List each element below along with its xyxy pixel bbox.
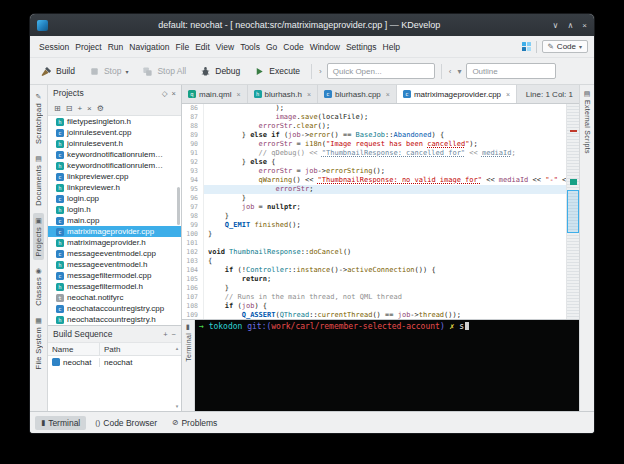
menu-settings[interactable]: Settings (343, 40, 380, 54)
code-text[interactable]: if (!Controller::instance()->activeConne… (204, 266, 436, 275)
code-text[interactable]: // qDebug() << "ThumbnailResponse: cance… (204, 149, 516, 158)
editor-tab-blurhash-h[interactable]: hblurhash.h× (248, 85, 318, 103)
build-button[interactable]: Build (36, 63, 80, 80)
tree-item-messageeventmodel-cpp[interactable]: cmessageeventmodel.cpp (48, 248, 181, 259)
code-text[interactable]: } else if (job->error() == BaseJob::Aban… (204, 131, 444, 140)
stop-all-button[interactable]: Stop All (137, 63, 191, 80)
dock-tab-scratchpad[interactable]: ✎Scratchpad (33, 89, 44, 148)
code-text[interactable]: errorStr = job->errorString(); (204, 167, 385, 176)
close-panel-icon[interactable]: × (172, 89, 176, 98)
code-text[interactable]: void ThumbnailResponse::doCancel() (204, 248, 351, 257)
column-name[interactable]: Name (48, 343, 100, 355)
menu-go[interactable]: Go (263, 40, 280, 54)
tree-item-filetypesingleton-h[interactable]: hfiletypesingleton.h (48, 116, 181, 127)
scroll-down-icon[interactable]: ▾ (176, 403, 179, 409)
tree-item-login-h[interactable]: hlogin.h (48, 204, 181, 215)
code-text[interactable] (204, 239, 208, 248)
code-text[interactable]: } (204, 230, 212, 239)
minimap-viewport[interactable] (567, 190, 579, 233)
menu-edit[interactable]: Edit (192, 40, 213, 54)
titlebar[interactable]: default: neochat - [ neochat:src/matrixi… (30, 14, 594, 36)
add-icon[interactable]: + (77, 104, 82, 113)
build-sequence-scrollbar[interactable]: ▴ ▾ (173, 343, 181, 411)
quick-open-input[interactable]: Quick Open... (327, 63, 435, 79)
tree-item-messageeventmodel-h[interactable]: hmessageeventmodel.h (48, 259, 181, 270)
statusbar-code-browser[interactable]: ()Code Browser (89, 416, 163, 430)
tree-item-keywordnotificationrulem[interactable]: hkeywordnotificationrulem… (48, 160, 181, 171)
tree-scrollbar[interactable] (177, 187, 180, 225)
tree-item-matriximageprovider-cpp[interactable]: cmatriximageprovider.cpp (48, 226, 181, 237)
close-button[interactable]: × (582, 21, 587, 30)
execute-button[interactable]: Execute (249, 63, 305, 80)
editor-tab-matriximageprovider-cpp[interactable]: cmatriximageprovider.cpp× (397, 85, 517, 103)
code-text[interactable]: Q_ASSERT(QThread::currentThread() == job… (204, 311, 461, 319)
editor-tab-main-qml[interactable]: qmain.qml× (182, 85, 248, 103)
stop-button[interactable]: Stop ▾ (84, 63, 134, 80)
code-view[interactable]: 86 );87 image.save(localFile);88 errorSt… (182, 104, 566, 319)
tree-item-joinrulesevent-cpp[interactable]: cjoinrulesevent.cpp (48, 127, 181, 138)
tree-item-main-cpp[interactable]: cmain.cpp (48, 215, 181, 226)
maximize-button[interactable]: ∧ (567, 21, 573, 30)
code-editor[interactable]: 86 );87 image.save(localFile);88 errorSt… (182, 104, 579, 319)
menu-project[interactable]: Project (72, 40, 104, 54)
tab-close-icon[interactable]: × (307, 91, 311, 98)
code-text[interactable]: } (204, 212, 229, 221)
tree-item-linkpreviewer-cpp[interactable]: clinkpreviewer.cpp (48, 171, 181, 182)
stop-dropdown-icon[interactable]: ▾ (125, 68, 128, 75)
tree-item-messagefiltermodel-h[interactable]: hmessagefiltermodel.h (48, 281, 181, 292)
collapse-all-icon[interactable]: ⊟ (66, 104, 73, 113)
code-text[interactable]: } else { (204, 158, 275, 167)
code-text[interactable]: return; (204, 275, 271, 284)
tree-item-neochataccountregistry-h[interactable]: hneochataccountregistry.h (48, 314, 181, 325)
remove-build-item-button[interactable]: − (172, 330, 176, 339)
expand-all-icon[interactable]: ⊞ (54, 104, 61, 113)
code-text[interactable]: job = nullptr; (204, 203, 301, 212)
tree-item-neochataccountregistry-cpp[interactable]: cneochataccountregistry.cpp (48, 303, 181, 314)
tree-item-neochat-notifyrc[interactable]: tneochat.notifyrc (48, 292, 181, 303)
code-text[interactable]: qWarning() << "ThumbnailResponse: no val… (204, 176, 566, 185)
code-area-button[interactable]: ✎ Code ▾ (542, 40, 588, 53)
code-text[interactable]: errorStr.clear(); (204, 122, 330, 131)
code-text[interactable]: } (204, 194, 246, 203)
debug-button[interactable]: Debug (195, 63, 245, 80)
menu-window[interactable]: Window (307, 40, 343, 54)
tab-close-icon[interactable]: × (236, 91, 240, 98)
code-text[interactable]: { (204, 257, 212, 266)
minimize-button[interactable]: ∨ (553, 21, 559, 30)
outline-input[interactable]: Outline (466, 63, 556, 79)
dock-tab-documents[interactable]: ▤Documents (33, 151, 44, 210)
nav-back-icon[interactable]: ‹ (448, 67, 453, 76)
menu-file[interactable]: File (172, 40, 192, 54)
column-path[interactable]: Path (100, 343, 124, 355)
menu-navigation[interactable]: Navigation (126, 40, 172, 54)
settings-icon[interactable]: ⚙ (97, 104, 104, 113)
tab-close-icon[interactable]: × (386, 91, 390, 98)
build-sequence-row[interactable]: neochatneochat (48, 356, 181, 368)
menu-view[interactable]: View (213, 40, 237, 54)
code-text[interactable]: Q_EMIT finished(); (204, 221, 301, 230)
menu-tools[interactable]: Tools (237, 40, 263, 54)
code-text[interactable]: if (job) { (204, 302, 267, 311)
float-panel-icon[interactable]: ◇ (162, 89, 168, 98)
tree-item-joinrulesevent-h[interactable]: hjoinrulesevent.h (48, 138, 181, 149)
tab-external-scripts[interactable]: External Scripts (584, 100, 591, 154)
statusbar-terminal[interactable]: ▮Terminal (35, 416, 86, 430)
statusbar-problems[interactable]: ⊘Problems (166, 416, 223, 430)
area-switcher-icon[interactable] (522, 42, 531, 51)
add-build-item-button[interactable]: + (163, 330, 167, 339)
dock-tab-projects[interactable]: ▣Projects (33, 213, 44, 261)
tree-item-keywordnotificationrulem[interactable]: ckeywordnotificationrulem… (48, 149, 181, 160)
menu-code[interactable]: Code (280, 40, 306, 54)
code-text[interactable]: image.save(localFile); (204, 113, 368, 122)
tree-item-linkpreviewer-h[interactable]: hlinkpreviewer.h (48, 182, 181, 193)
menu-help[interactable]: Help (380, 40, 403, 54)
dock-tab-file-system[interactable]: ▦File System (33, 313, 44, 373)
remove-icon[interactable]: × (87, 104, 92, 113)
tree-item-messagefiltermodel-cpp[interactable]: cmessagefiltermodel.cpp (48, 270, 181, 281)
editor-tab-blurhash-cpp[interactable]: cblurhash.cpp× (318, 85, 397, 103)
scroll-up-icon[interactable]: ▴ (176, 345, 179, 351)
tab-close-icon[interactable]: × (506, 91, 510, 98)
dock-tab-classes[interactable]: ◉Classes (33, 263, 44, 310)
tree-item-login-cpp[interactable]: clogin.cpp (48, 193, 181, 204)
code-text[interactable]: } (204, 284, 229, 293)
